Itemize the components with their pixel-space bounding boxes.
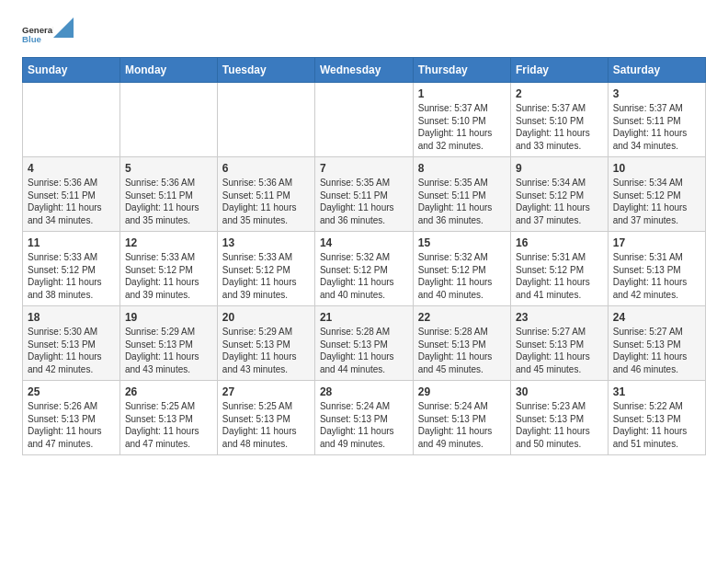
calendar-day-header: Saturday bbox=[608, 58, 705, 83]
calendar-cell: 30Sunrise: 5:23 AMSunset: 5:13 PMDayligh… bbox=[511, 381, 609, 455]
day-info: Sunrise: 5:22 AMSunset: 5:13 PMDaylight:… bbox=[613, 401, 688, 449]
day-number: 19 bbox=[125, 311, 212, 324]
calendar-cell: 18Sunrise: 5:30 AMSunset: 5:13 PMDayligh… bbox=[23, 306, 120, 381]
day-info: Sunrise: 5:34 AMSunset: 5:12 PMDaylight:… bbox=[613, 178, 688, 225]
day-info: Sunrise: 5:36 AMSunset: 5:11 PMDaylight:… bbox=[125, 178, 199, 225]
day-info: Sunrise: 5:33 AMSunset: 5:12 PMDaylight:… bbox=[222, 252, 297, 300]
calendar-cell: 29Sunrise: 5:24 AMSunset: 5:13 PMDayligh… bbox=[413, 381, 510, 455]
day-info: Sunrise: 5:25 AMSunset: 5:13 PMDaylight:… bbox=[222, 401, 297, 449]
svg-text:General: General bbox=[22, 25, 53, 35]
day-info: Sunrise: 5:24 AMSunset: 5:13 PMDaylight:… bbox=[320, 401, 394, 449]
day-number: 27 bbox=[222, 385, 310, 398]
calendar-cell: 6Sunrise: 5:36 AMSunset: 5:11 PMDaylight… bbox=[217, 157, 314, 232]
calendar-cell bbox=[23, 83, 120, 157]
day-number: 21 bbox=[320, 311, 408, 324]
calendar-cell: 4Sunrise: 5:36 AMSunset: 5:11 PMDaylight… bbox=[23, 157, 120, 232]
day-number: 11 bbox=[28, 236, 115, 249]
calendar-day-header: Thursday bbox=[413, 58, 510, 83]
calendar-day-header: Wednesday bbox=[314, 58, 413, 83]
day-info: Sunrise: 5:28 AMSunset: 5:13 PMDaylight:… bbox=[320, 327, 394, 374]
day-number: 25 bbox=[28, 385, 115, 398]
day-info: Sunrise: 5:36 AMSunset: 5:11 PMDaylight:… bbox=[222, 178, 297, 225]
day-info: Sunrise: 5:24 AMSunset: 5:13 PMDaylight:… bbox=[418, 401, 493, 449]
day-number: 18 bbox=[28, 311, 115, 324]
calendar-cell: 20Sunrise: 5:29 AMSunset: 5:13 PMDayligh… bbox=[217, 306, 314, 381]
day-number: 30 bbox=[516, 385, 603, 398]
day-info: Sunrise: 5:33 AMSunset: 5:12 PMDaylight:… bbox=[28, 252, 102, 300]
calendar-cell: 31Sunrise: 5:22 AMSunset: 5:13 PMDayligh… bbox=[608, 381, 705, 455]
page-header: General Blue bbox=[22, 18, 706, 50]
day-info: Sunrise: 5:23 AMSunset: 5:13 PMDaylight:… bbox=[516, 401, 590, 449]
calendar-day-header: Tuesday bbox=[217, 58, 314, 83]
day-number: 9 bbox=[516, 162, 603, 175]
day-info: Sunrise: 5:35 AMSunset: 5:11 PMDaylight:… bbox=[418, 178, 493, 225]
calendar-cell: 14Sunrise: 5:32 AMSunset: 5:12 PMDayligh… bbox=[314, 232, 413, 306]
day-info: Sunrise: 5:32 AMSunset: 5:12 PMDaylight:… bbox=[320, 252, 394, 300]
day-info: Sunrise: 5:37 AMSunset: 5:11 PMDaylight:… bbox=[613, 103, 688, 151]
day-number: 24 bbox=[613, 311, 700, 324]
calendar-cell: 1Sunrise: 5:37 AMSunset: 5:10 PMDaylight… bbox=[413, 83, 510, 157]
day-info: Sunrise: 5:30 AMSunset: 5:13 PMDaylight:… bbox=[28, 327, 102, 374]
calendar-day-header: Monday bbox=[119, 58, 217, 83]
svg-text:Blue: Blue bbox=[22, 34, 42, 44]
logo-svg: General Blue bbox=[22, 18, 53, 50]
day-number: 6 bbox=[222, 162, 310, 175]
day-number: 16 bbox=[516, 236, 603, 249]
day-number: 12 bbox=[125, 236, 212, 249]
day-info: Sunrise: 5:29 AMSunset: 5:13 PMDaylight:… bbox=[222, 327, 297, 374]
calendar-day-header: Friday bbox=[511, 58, 609, 83]
day-number: 7 bbox=[320, 162, 408, 175]
day-info: Sunrise: 5:37 AMSunset: 5:10 PMDaylight:… bbox=[418, 103, 493, 151]
day-number: 28 bbox=[320, 385, 408, 398]
day-info: Sunrise: 5:36 AMSunset: 5:11 PMDaylight:… bbox=[28, 178, 102, 225]
calendar-cell: 5Sunrise: 5:36 AMSunset: 5:11 PMDaylight… bbox=[119, 157, 217, 232]
day-number: 1 bbox=[418, 87, 506, 100]
calendar-cell: 15Sunrise: 5:32 AMSunset: 5:12 PMDayligh… bbox=[413, 232, 510, 306]
calendar-cell bbox=[314, 83, 413, 157]
calendar-cell: 25Sunrise: 5:26 AMSunset: 5:13 PMDayligh… bbox=[23, 381, 120, 455]
calendar-week-row: 1Sunrise: 5:37 AMSunset: 5:10 PMDaylight… bbox=[23, 83, 706, 157]
calendar-cell: 23Sunrise: 5:27 AMSunset: 5:13 PMDayligh… bbox=[511, 306, 609, 381]
calendar-cell: 24Sunrise: 5:27 AMSunset: 5:13 PMDayligh… bbox=[608, 306, 705, 381]
svg-marker-2 bbox=[53, 17, 74, 38]
calendar-cell: 2Sunrise: 5:37 AMSunset: 5:10 PMDaylight… bbox=[511, 83, 609, 157]
calendar-week-row: 25Sunrise: 5:26 AMSunset: 5:13 PMDayligh… bbox=[23, 381, 706, 455]
day-number: 10 bbox=[613, 162, 700, 175]
day-info: Sunrise: 5:34 AMSunset: 5:12 PMDaylight:… bbox=[516, 178, 590, 225]
calendar-cell: 21Sunrise: 5:28 AMSunset: 5:13 PMDayligh… bbox=[314, 306, 413, 381]
calendar-week-row: 18Sunrise: 5:30 AMSunset: 5:13 PMDayligh… bbox=[23, 306, 706, 381]
calendar-week-row: 4Sunrise: 5:36 AMSunset: 5:11 PMDaylight… bbox=[23, 157, 706, 232]
day-info: Sunrise: 5:31 AMSunset: 5:12 PMDaylight:… bbox=[516, 252, 590, 300]
day-number: 17 bbox=[613, 236, 700, 249]
day-info: Sunrise: 5:27 AMSunset: 5:13 PMDaylight:… bbox=[613, 327, 688, 374]
day-info: Sunrise: 5:37 AMSunset: 5:10 PMDaylight:… bbox=[516, 103, 590, 151]
logo: General Blue bbox=[22, 18, 74, 50]
day-info: Sunrise: 5:26 AMSunset: 5:13 PMDaylight:… bbox=[28, 401, 102, 449]
day-info: Sunrise: 5:31 AMSunset: 5:13 PMDaylight:… bbox=[613, 252, 688, 300]
day-info: Sunrise: 5:28 AMSunset: 5:13 PMDaylight:… bbox=[418, 327, 493, 374]
day-number: 31 bbox=[613, 385, 700, 398]
calendar-cell bbox=[217, 83, 314, 157]
day-number: 14 bbox=[320, 236, 408, 249]
calendar-cell: 17Sunrise: 5:31 AMSunset: 5:13 PMDayligh… bbox=[608, 232, 705, 306]
calendar-cell: 16Sunrise: 5:31 AMSunset: 5:12 PMDayligh… bbox=[511, 232, 609, 306]
day-number: 3 bbox=[613, 87, 700, 100]
logo-arrow-icon bbox=[53, 17, 74, 38]
day-number: 22 bbox=[418, 311, 506, 324]
day-info: Sunrise: 5:33 AMSunset: 5:12 PMDaylight:… bbox=[125, 252, 199, 300]
day-info: Sunrise: 5:32 AMSunset: 5:12 PMDaylight:… bbox=[418, 252, 493, 300]
day-info: Sunrise: 5:25 AMSunset: 5:13 PMDaylight:… bbox=[125, 401, 199, 449]
calendar-cell: 9Sunrise: 5:34 AMSunset: 5:12 PMDaylight… bbox=[511, 157, 609, 232]
day-number: 15 bbox=[418, 236, 506, 249]
day-number: 20 bbox=[222, 311, 310, 324]
day-number: 26 bbox=[125, 385, 212, 398]
calendar-cell: 19Sunrise: 5:29 AMSunset: 5:13 PMDayligh… bbox=[119, 306, 217, 381]
day-info: Sunrise: 5:29 AMSunset: 5:13 PMDaylight:… bbox=[125, 327, 199, 374]
calendar-cell: 8Sunrise: 5:35 AMSunset: 5:11 PMDaylight… bbox=[413, 157, 510, 232]
day-number: 8 bbox=[418, 162, 506, 175]
calendar-cell: 13Sunrise: 5:33 AMSunset: 5:12 PMDayligh… bbox=[217, 232, 314, 306]
calendar-cell: 28Sunrise: 5:24 AMSunset: 5:13 PMDayligh… bbox=[314, 381, 413, 455]
calendar-cell: 26Sunrise: 5:25 AMSunset: 5:13 PMDayligh… bbox=[119, 381, 217, 455]
calendar-day-header: Sunday bbox=[23, 58, 120, 83]
calendar-cell: 10Sunrise: 5:34 AMSunset: 5:12 PMDayligh… bbox=[608, 157, 705, 232]
